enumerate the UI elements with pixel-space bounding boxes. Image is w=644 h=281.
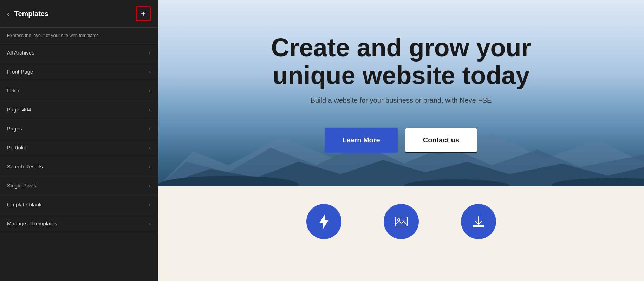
nav-item-index[interactable]: Index › (0, 81, 158, 100)
sidebar-subtitle: Express the layout of your site with tem… (0, 28, 158, 43)
nav-item-search-results[interactable]: Search Results › (0, 157, 158, 176)
chevron-right-icon: › (149, 202, 151, 207)
download-icon-circle (461, 204, 496, 239)
flash-icon (315, 213, 333, 230)
nav-item-label: template-blank (7, 202, 149, 207)
chevron-right-icon: › (149, 221, 151, 226)
hero-buttons: Learn More Contact us (325, 128, 477, 153)
nav-item-label: Pages (7, 126, 149, 132)
chevron-right-icon: › (149, 126, 151, 132)
learn-more-button[interactable]: Learn More (325, 128, 398, 153)
chevron-right-icon: › (149, 69, 151, 75)
bottom-section (158, 186, 644, 281)
back-button[interactable]: ‹ (7, 10, 9, 17)
contact-us-button[interactable]: Contact us (405, 128, 477, 153)
svg-point-8 (398, 219, 400, 221)
chevron-right-icon: › (149, 88, 151, 94)
nav-item-single-posts[interactable]: Single Posts › (0, 176, 158, 195)
image-icon (392, 213, 410, 230)
nav-item-label: Manage all templates (7, 221, 149, 226)
main-content: Create and grow your unique website toda… (158, 0, 644, 281)
nav-item-pages[interactable]: Pages › (0, 119, 158, 138)
nav-item-portfolio[interactable]: Portfolio › (0, 138, 158, 157)
sidebar-title: Templates (14, 10, 48, 18)
sidebar-nav: All Archives › Front Page › Index › Page… (0, 43, 158, 281)
sidebar-header: ‹ Templates + (0, 0, 158, 28)
nav-item-page-404[interactable]: Page: 404 › (0, 100, 158, 119)
svg-rect-10 (473, 225, 484, 227)
nav-item-label: Portfolio (7, 145, 149, 151)
nav-item-label: Front Page (7, 69, 149, 75)
chevron-right-icon: › (149, 164, 151, 170)
download-icon (470, 213, 487, 230)
nav-item-label: Page: 404 (7, 107, 149, 113)
chevron-right-icon: › (149, 107, 151, 113)
sidebar-header-left: ‹ Templates (7, 10, 48, 18)
hero-text-area: Create and grow your unique website toda… (271, 34, 531, 117)
nav-item-front-page[interactable]: Front Page › (0, 62, 158, 81)
nav-item-template-blank[interactable]: template-blank › (0, 195, 158, 214)
hero-subheading: Build a website for your business or bra… (271, 96, 531, 104)
sidebar: ‹ Templates + Express the layout of your… (0, 0, 158, 281)
nav-item-manage-all[interactable]: Manage all templates › (0, 214, 158, 233)
add-template-button[interactable]: + (136, 6, 151, 21)
chevron-right-icon: › (149, 145, 151, 151)
nav-item-label: All Archives (7, 50, 149, 56)
nav-item-label: Index (7, 88, 149, 94)
svg-marker-6 (320, 215, 328, 229)
nav-item-label: Single Posts (7, 183, 149, 189)
hero-section: Create and grow your unique website toda… (158, 0, 644, 186)
image-icon-circle (384, 204, 419, 239)
nav-item-all-archives[interactable]: All Archives › (0, 43, 158, 62)
chevron-right-icon: › (149, 50, 151, 56)
hero-heading: Create and grow your unique website toda… (271, 34, 531, 89)
nav-item-label: Search Results (7, 164, 149, 170)
flash-icon-circle (306, 204, 341, 239)
chevron-right-icon: › (149, 183, 151, 189)
svg-rect-7 (395, 217, 407, 226)
